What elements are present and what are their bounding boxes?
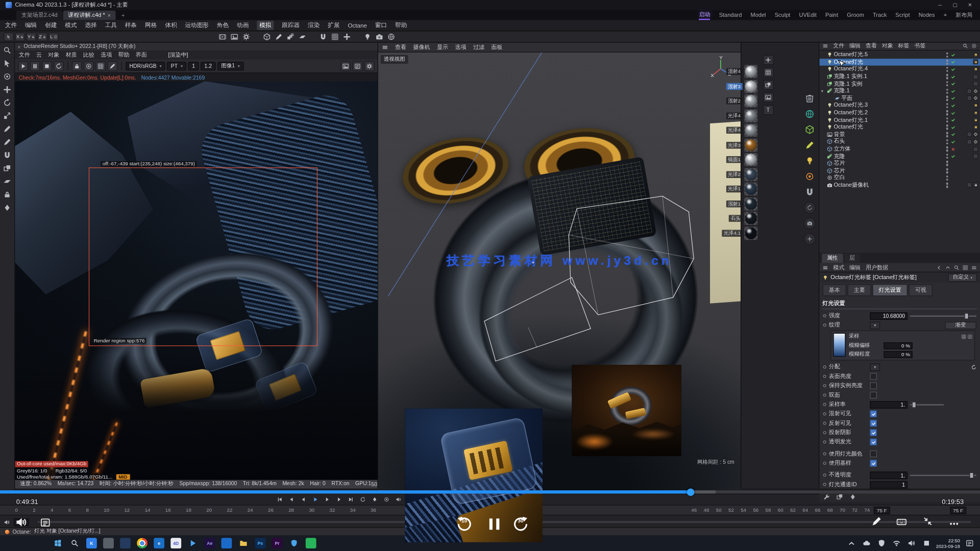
material-picker-button[interactable] — [108, 61, 118, 71]
visibility-dots[interactable] — [946, 81, 948, 86]
visibility-dots[interactable] — [946, 161, 948, 166]
gradient-preview[interactable] — [833, 333, 845, 357]
value-slider[interactable] — [910, 312, 976, 320]
checkbox[interactable] — [870, 382, 876, 389]
generic-tag[interactable] — [967, 183, 972, 188]
material-ball-button[interactable] — [803, 170, 815, 182]
value-slider[interactable] — [910, 401, 944, 409]
autokey-button[interactable] — [382, 495, 391, 503]
goto-start-button[interactable] — [275, 495, 284, 503]
anim-dot-icon[interactable] — [823, 403, 826, 406]
save-image-button[interactable] — [340, 61, 351, 71]
copy-image-button[interactable] — [353, 61, 363, 71]
rewind-10-button[interactable]: 10 — [451, 511, 477, 537]
max-frame-field[interactable]: 75 F — [950, 507, 966, 514]
light-tag[interactable] — [973, 53, 978, 58]
tray-notifications[interactable] — [964, 538, 975, 548]
menubar-item[interactable]: 渲染 — [308, 21, 320, 30]
menubar-item[interactable]: 跟踪器 — [282, 21, 300, 30]
object-row[interactable]: Octane灯光.5 — [819, 51, 980, 58]
visibility-dots[interactable] — [946, 110, 948, 115]
reset-render-button[interactable] — [54, 61, 64, 71]
checkbox[interactable] — [870, 392, 876, 398]
menubar-item[interactable]: 网格 — [145, 21, 157, 30]
visibility-dots[interactable] — [946, 154, 948, 159]
pause-button[interactable] — [484, 515, 505, 534]
tab-close-icon[interactable]: × — [108, 12, 111, 18]
preset-dropdown[interactable]: 自定义 — [948, 273, 977, 282]
octane-menu-item[interactable]: 云 — [36, 51, 42, 59]
render-to-picture-viewer-button[interactable] — [229, 32, 239, 41]
pen-tool-button[interactable] — [3, 125, 11, 133]
new-tab-button[interactable]: + — [116, 11, 130, 20]
pointer-tool-button[interactable] — [4, 32, 14, 41]
taskbar-after-effects[interactable]: Ae — [204, 538, 215, 548]
material-item[interactable]: 光泽1 — [685, 183, 757, 196]
layout-tab[interactable]: Nodes — [919, 12, 935, 18]
texture-tag[interactable] — [973, 132, 978, 137]
search-objects-button[interactable] — [963, 43, 968, 48]
taskbar-clock[interactable]: 22:502023-09-18 — [936, 538, 960, 549]
generic-tag[interactable] — [967, 96, 972, 101]
add-camera-button[interactable] — [374, 32, 384, 41]
value-field[interactable]: 0 % — [884, 342, 912, 348]
checkbox[interactable] — [870, 373, 876, 380]
timeline-sound-icon[interactable] — [4, 519, 10, 525]
render-settings-button[interactable] — [241, 32, 252, 41]
burger-icon[interactable] — [822, 265, 828, 270]
node-editor-button[interactable] — [836, 493, 843, 500]
menubar-item[interactable]: 创建 — [45, 21, 57, 30]
value-field[interactable]: 1 — [870, 481, 907, 488]
player-volume-button[interactable] — [15, 516, 27, 528]
scene-light-button[interactable] — [803, 155, 815, 167]
samples-field[interactable]: 1 — [188, 62, 199, 70]
snap-magnet-button[interactable] — [803, 186, 815, 198]
menubar-item[interactable]: 帮助 — [395, 21, 407, 30]
split-layout-button[interactable] — [763, 67, 773, 78]
anim-dot-icon[interactable] — [823, 412, 826, 415]
add-cube-button[interactable] — [262, 32, 272, 41]
lock-tool-button[interactable] — [3, 190, 11, 198]
zoom-tool-button[interactable] — [3, 46, 11, 55]
viewport-menu-item[interactable]: 选项 — [455, 43, 466, 51]
menubar-item[interactable]: 体积 — [165, 21, 177, 30]
generic-tag[interactable] — [967, 139, 972, 144]
light-tag[interactable] — [973, 125, 978, 130]
texture-tag[interactable] — [973, 89, 978, 94]
octane-menu-item[interactable]: 对象 — [48, 51, 59, 59]
menubar-item[interactable]: 模式 — [65, 21, 77, 30]
layout-tab[interactable]: Paint — [825, 12, 838, 18]
material-item[interactable]: 混射4 — [685, 65, 757, 78]
octane-menu-item[interactable]: 比较 — [83, 51, 94, 59]
text-tool-button[interactable]: T — [763, 105, 773, 115]
timeline-sound-button[interactable] — [394, 495, 403, 503]
video-progress-bar[interactable] — [0, 490, 980, 493]
octane-menu-item[interactable]: 选项 — [101, 51, 112, 59]
material-thumbnail[interactable] — [744, 80, 757, 93]
visibility-dots[interactable] — [946, 132, 948, 137]
generic-tag[interactable] — [973, 146, 978, 152]
taskbar-cinema4d[interactable]: 4D — [170, 538, 181, 548]
menubar-item[interactable]: 运动图形 — [185, 21, 209, 30]
goto-end-button[interactable] — [346, 495, 355, 503]
material-item[interactable]: 镜面1 — [685, 153, 757, 166]
section-tab[interactable]: 主要 — [847, 284, 871, 296]
add-state-button[interactable] — [803, 233, 815, 245]
render-region-button[interactable] — [95, 61, 106, 71]
layout-tab[interactable]: Track — [873, 12, 887, 18]
visibility-dots[interactable] — [946, 103, 948, 108]
next-key-button[interactable] — [334, 495, 344, 503]
colorspace-select[interactable]: HDR/sRGB — [126, 62, 165, 70]
new-layout-button[interactable]: 新布局 — [955, 11, 972, 19]
lock-resolution-button[interactable] — [72, 61, 82, 71]
visibility-dots[interactable] — [946, 117, 948, 122]
object-menu-item[interactable]: 书签 — [914, 41, 925, 49]
stop-render-button[interactable] — [42, 61, 52, 71]
material-item[interactable]: 混射1 — [685, 197, 757, 210]
search-attributes-button[interactable] — [954, 265, 960, 270]
anim-dot-icon[interactable] — [823, 393, 826, 396]
object-menu-item[interactable]: 对象 — [882, 41, 893, 49]
viewport-menu-item[interactable]: 显示 — [437, 43, 448, 51]
material-thumbnail[interactable] — [744, 197, 757, 211]
menubar-item[interactable]: 动画 — [237, 21, 249, 30]
